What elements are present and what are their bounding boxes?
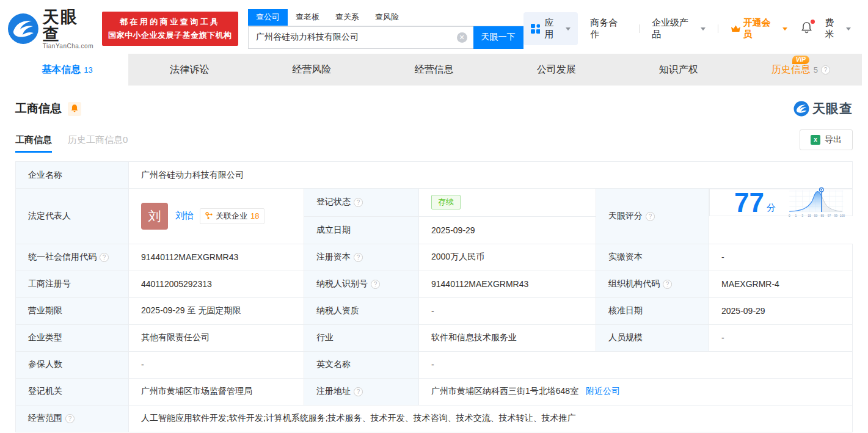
status-badge: 存续 (431, 195, 461, 209)
svg-text:50: 50 (814, 214, 818, 217)
tab-history-info-count: 5 (814, 65, 818, 75)
tianyancha-logo-icon (7, 13, 39, 45)
legal-rep-label: 法定代表人 (16, 189, 129, 244)
section-title: 工商信息 (15, 101, 62, 117)
legal-rep-name-link[interactable]: 刘怡 (175, 210, 194, 222)
tab-intellectual-property[interactable]: 知识产权 (618, 54, 740, 86)
tab-legal-proceedings[interactable]: 法律诉讼 (128, 54, 250, 86)
org-code-value: MAEXGRMR-4 (709, 271, 853, 297)
insured-value: - (129, 351, 304, 378)
company-name-value: 广州谷硅动力科技有限公司 (129, 162, 853, 189)
search-tab-relation[interactable]: 查关系 (327, 9, 367, 26)
help-icon[interactable]: ? (354, 198, 363, 207)
watermark-text: 天眼查 (812, 100, 853, 117)
address-label: 注册地址? (304, 378, 419, 405)
subtab-business-info[interactable]: 工商信息 (15, 134, 52, 153)
registry-value: 广州市黄埔区市场监督管理局 (129, 378, 304, 405)
legal-rep-cell: 刘 刘怡 关联企业 18 (129, 189, 304, 244)
help-icon[interactable]: ? (371, 280, 380, 289)
search-button[interactable]: 天眼一下 (473, 26, 523, 49)
svg-text:85: 85 (820, 214, 824, 217)
svg-text:100: 100 (840, 214, 845, 217)
nearby-companies-link[interactable]: 附近公司 (586, 386, 620, 396)
open-vip-label: 开通会员 (743, 17, 780, 40)
tab-history-info[interactable]: VIP 历史信息 5 ? (740, 54, 862, 86)
svg-text:99: 99 (834, 214, 837, 217)
help-icon[interactable]: ? (663, 280, 672, 289)
help-icon[interactable]: ? (354, 253, 363, 262)
watermark-logo-icon (793, 101, 809, 117)
reg-status-value: 存续 (419, 189, 596, 217)
enterprise-products-label: 企业级产品 (652, 17, 698, 40)
taxpayer-id-value: 91440112MAEXGRMR43 (419, 271, 596, 297)
insured-label: 参保人数 (16, 351, 129, 378)
help-icon[interactable]: ? (821, 65, 830, 75)
alert-bell-icon (70, 104, 79, 113)
help-icon[interactable]: ? (354, 387, 363, 396)
main-content: 工商信息 天眼查 工商信息 历史工商信息0 x 导出 企业名称 广州谷硅动力科技… (6, 86, 862, 432)
user-menu[interactable]: 费米 (825, 17, 851, 40)
tab-operation-risk[interactable]: 经营风险 (250, 54, 373, 86)
enterprise-products-menu[interactable]: 企业级产品 (652, 17, 706, 40)
table-row: 登记机关 广州市黄埔区市场监督管理局 注册地址? 广州市黄埔区纳科西三街1号北塔… (16, 378, 853, 405)
clear-search-icon[interactable]: ✕ (457, 32, 467, 43)
company-name-label: 企业名称 (16, 162, 129, 189)
notification-dot (811, 20, 815, 24)
monitor-bell-button[interactable] (68, 102, 81, 116)
header-right-nav: 应用 商务合作 企业级产品 开通会员 费米 (523, 12, 851, 45)
help-icon[interactable]: ? (100, 253, 109, 262)
search-block: 查公司 查老板 查关系 查风险 ✕ 天眼一下 (248, 9, 523, 49)
score-label: 天眼评分? (596, 189, 709, 244)
english-name-value: - (419, 351, 853, 378)
english-name-label: 英文名称 (304, 351, 419, 378)
tab-operation-info[interactable]: 经营信息 (373, 54, 495, 86)
taxpayer-quality-label: 纳税人资质 (304, 297, 419, 324)
industry-value: 软件和信息技术服务业 (419, 324, 596, 351)
subtab-history-business-info[interactable]: 历史工商信息0 (68, 134, 128, 153)
tianyancha-logo[interactable]: 天眼查 TianYanCha.com (7, 9, 96, 49)
address-value: 广州市黄埔区纳科西三街1号北塔648室 附近公司 (419, 378, 853, 405)
search-tabs: 查公司 查老板 查关系 查风险 (248, 9, 523, 26)
reg-no-label: 工商注册号 (16, 271, 129, 297)
related-companies-badge[interactable]: 关联企业 18 (200, 208, 264, 224)
search-tab-boss[interactable]: 查老板 (288, 9, 327, 26)
notifications-button[interactable] (801, 21, 812, 36)
registry-label: 登记机关 (16, 378, 129, 405)
avatar[interactable]: 刘 (141, 203, 168, 230)
apps-menu[interactable]: 应用 (523, 12, 578, 45)
search-tab-company[interactable]: 查公司 (248, 9, 288, 26)
staff-size-value: - (709, 324, 853, 351)
help-icon[interactable]: ? (646, 212, 655, 221)
company-type-label: 企业类型 (16, 324, 129, 351)
table-row: 参保人数 - 英文名称 - (16, 351, 853, 378)
open-vip-button[interactable]: 开通会员 (731, 17, 788, 40)
tab-history-info-label: 历史信息 (771, 64, 811, 76)
business-scope-value: 人工智能应用软件开发;软件开发;计算机系统服务;技术服务、技术开发、技术咨询、技… (129, 405, 853, 432)
chart-x-ticks: 013 155085 9799100 (789, 214, 845, 217)
score-unit: 分 (767, 202, 776, 214)
tab-company-development[interactable]: 公司发展 (495, 54, 618, 86)
table-row: 企业类型 其他有限责任公司 行业 软件和信息技术服务业 人员规模 - (16, 324, 853, 351)
search-input[interactable] (248, 26, 473, 49)
search-tab-risk[interactable]: 查风险 (367, 9, 407, 26)
business-cooperation-link[interactable]: 商务合作 (590, 17, 627, 40)
export-button[interactable]: x 导出 (800, 129, 853, 150)
table-row: 统一社会信用代码? 91440112MAEXGRMR43 注册资本? 2000万… (16, 244, 853, 271)
chevron-down-icon (846, 27, 851, 31)
banner-line1: 都在用的商业查询工具 (120, 16, 221, 27)
network-icon (205, 212, 213, 220)
business-scope-label: 经营范围? (16, 405, 129, 432)
brand-name: 天眼查 (43, 9, 96, 43)
help-icon[interactable]: ? (65, 414, 75, 423)
banner-line2: 国家中小企业发展子基金旗下机构 (108, 30, 232, 41)
tab-basic-info[interactable]: 基本信息 13 (6, 54, 128, 86)
company-section-tabs: 基本信息 13 法律诉讼 经营风险 经营信息 公司发展 知识产权 VIP 历史信… (6, 54, 862, 86)
divider (718, 24, 718, 33)
score-value: 77 (734, 189, 764, 216)
establish-date-label: 成立日期 (304, 216, 419, 244)
top-header: 天眼查 TianYanCha.com 都在用的商业查询工具 国家中小企业发展子基… (0, 0, 868, 54)
tab-basic-info-label: 基本信息 (42, 64, 81, 76)
divider (639, 24, 640, 33)
industry-label: 行业 (304, 324, 419, 351)
apps-grid-icon (531, 24, 541, 34)
